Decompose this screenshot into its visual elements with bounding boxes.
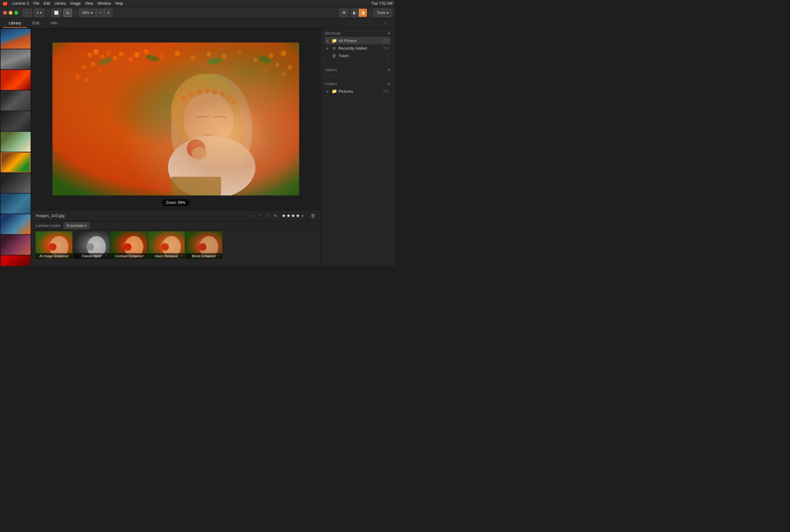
filmstrip-thumb-4[interactable] bbox=[1, 91, 31, 111]
eye-icon: 👁 bbox=[342, 10, 346, 15]
circle-rating-button[interactable]: ○ bbox=[252, 213, 254, 218]
sidebar-albums-section: Albums + bbox=[320, 64, 395, 75]
apple-menu[interactable]: 🍎 bbox=[2, 1, 8, 6]
menu-bar-left: 🍎 Luminar 3 File Edit Library Image View… bbox=[2, 1, 123, 6]
add-album-button[interactable]: + bbox=[387, 67, 391, 73]
image-overlay bbox=[53, 42, 299, 195]
reject-button[interactable]: ✕ bbox=[274, 213, 277, 218]
star-2[interactable]: ★ bbox=[286, 213, 290, 218]
list-icon: ≡ bbox=[37, 11, 39, 15]
list-view-button[interactable]: ≡ ▾ bbox=[34, 9, 45, 17]
menu-edit[interactable]: Edit bbox=[44, 1, 50, 6]
zoom-dropdown-icon: ▾ bbox=[91, 11, 93, 15]
sidebar-shortcuts-section: Shortcuts + ▶ 📁 All Photos 203 ▶ ⊕ Recen… bbox=[320, 28, 395, 61]
tools-dropdown-button[interactable]: Tools ▾ bbox=[374, 9, 392, 17]
tab-edit[interactable]: Edit bbox=[27, 19, 45, 28]
zoom-in-button[interactable]: + bbox=[104, 9, 112, 17]
top-tabs: Library Edit Info ↑ bbox=[0, 19, 395, 28]
zoom-out-button[interactable]: − bbox=[96, 9, 104, 17]
look-star-mood[interactable]: ☆ bbox=[217, 253, 221, 258]
add-shortcut-button[interactable]: + bbox=[387, 31, 391, 36]
sidebar-item-recently-added[interactable]: ▶ ⊕ Recently Added 203 bbox=[325, 44, 391, 52]
look-label-ai: AI Image Enhancer bbox=[36, 253, 72, 259]
menu-library[interactable]: Library bbox=[54, 1, 66, 6]
zoom-indicator: Zoom: 59% bbox=[162, 199, 190, 206]
look-ai-image-enhancer[interactable]: AI Image Enhancer bbox=[36, 231, 72, 259]
menu-window[interactable]: Window bbox=[97, 1, 111, 6]
expand-icon-recently-added: ▶ bbox=[326, 46, 330, 50]
sidebar-divider-1 bbox=[320, 62, 395, 63]
sidebar-item-trash[interactable]: 🗑 Trash 1 bbox=[325, 52, 391, 59]
export-button[interactable]: ↑ bbox=[379, 19, 392, 28]
star-1[interactable]: ★ bbox=[282, 213, 286, 218]
star-rating[interactable]: ★ ★ ★ ★ ★ bbox=[282, 213, 304, 218]
up-icon: ^ bbox=[259, 214, 260, 217]
pictures-count: 203 bbox=[383, 89, 389, 93]
toolbar: ← ≡ ▾ ⬜ ⊟ 59% ▾ − + 👁 ◧ ◨ Tools ▾ bbox=[0, 7, 395, 19]
menu-view[interactable]: View bbox=[85, 1, 93, 6]
star-5[interactable]: ★ bbox=[300, 213, 304, 218]
bottom-bar: Images_143.jpg ○ ^ ♡ ✕ ★ ★ ★ ★ ★ 🗑 Lumin… bbox=[31, 210, 320, 266]
look-contrast-enhancer[interactable]: Contrast Enhancer ☆ bbox=[111, 231, 147, 259]
zoom-control: 59% ▾ − + bbox=[79, 9, 112, 17]
sidebar-folders-header: Folders + bbox=[325, 81, 391, 87]
look-haze-removal[interactable]: Haze Removal ☆ bbox=[148, 231, 185, 259]
zoom-display: 59% ▾ bbox=[79, 9, 96, 17]
filmstrip-thumb-9[interactable] bbox=[1, 194, 31, 213]
fullscreen-button[interactable] bbox=[14, 11, 18, 15]
delete-button[interactable]: 🗑 bbox=[311, 213, 316, 218]
content-area: Zoom: 59% Images_143.jpg ○ ^ ♡ ✕ ★ ★ ★ ★… bbox=[31, 28, 320, 266]
zoom-value: 59% bbox=[82, 11, 90, 15]
menu-app-name[interactable]: Luminar 3 bbox=[12, 1, 29, 6]
eye-view-button[interactable]: 👁 bbox=[339, 9, 349, 17]
sidebar-folders-section: Folders + ▶ 📁 Pictures 203 bbox=[320, 79, 395, 96]
split-right-button[interactable]: ◨ bbox=[359, 9, 367, 17]
menu-image[interactable]: Image bbox=[70, 1, 80, 6]
tab-library[interactable]: Library bbox=[3, 19, 27, 28]
menu-help[interactable]: Help bbox=[115, 1, 123, 6]
look-mood-enhancer[interactable]: Mood Enhancer ☆ bbox=[186, 231, 222, 259]
look-star-contrast[interactable]: ☆ bbox=[142, 253, 146, 258]
look-classic-bw[interactable]: Classic B&W ☆ bbox=[73, 231, 110, 259]
looks-scroll[interactable]: AI Image Enhancer Classic B&W ☆ bbox=[31, 230, 320, 266]
filmstrip-thumb-8[interactable] bbox=[1, 173, 31, 193]
svg-point-51 bbox=[49, 243, 57, 251]
filmstrip-thumb-3[interactable] bbox=[1, 70, 31, 90]
grid-button[interactable]: ⊟ bbox=[63, 9, 72, 17]
filmstrip-thumb-1[interactable] bbox=[1, 29, 31, 49]
heart-button[interactable]: ♡ bbox=[265, 213, 269, 218]
main-image bbox=[53, 42, 299, 195]
split-left-button[interactable]: ◧ bbox=[351, 9, 359, 17]
look-star-bw[interactable]: ☆ bbox=[105, 253, 108, 258]
look-star-haze[interactable]: ☆ bbox=[180, 253, 183, 258]
star-4[interactable]: ★ bbox=[296, 213, 300, 218]
add-folder-button[interactable]: + bbox=[387, 81, 391, 87]
minimize-button[interactable] bbox=[9, 11, 13, 15]
menu-file[interactable]: File bbox=[33, 1, 39, 6]
svg-point-54 bbox=[87, 243, 94, 251]
sidebar-item-pictures[interactable]: ▶ 📁 Pictures 203 bbox=[325, 88, 391, 95]
image-viewer[interactable]: Zoom: 59% bbox=[31, 28, 320, 210]
filmstrip-thumb-7[interactable] bbox=[1, 152, 31, 172]
filmstrip-thumb-2[interactable] bbox=[1, 49, 31, 69]
filmstrip-thumb-5[interactable] bbox=[1, 111, 31, 131]
filmstrip-thumb-12[interactable] bbox=[1, 255, 31, 266]
looks-dropdown[interactable]: Essentials ▾ bbox=[64, 222, 89, 229]
close-button[interactable] bbox=[3, 11, 7, 15]
sidebar-item-all-photos[interactable]: ▶ 📁 All Photos 203 bbox=[325, 37, 391, 44]
filmstrip-thumb-10[interactable] bbox=[1, 214, 31, 234]
split-view-buttons: ◧ ◨ bbox=[351, 9, 367, 17]
image-filename: Images_143.jpg bbox=[36, 213, 64, 218]
sidebar-albums-header: Albums + bbox=[325, 67, 391, 73]
back-button[interactable]: ← bbox=[22, 9, 32, 17]
tab-info[interactable]: Info bbox=[45, 19, 63, 28]
filmstrip-thumb-6[interactable] bbox=[1, 132, 31, 152]
star-3[interactable]: ★ bbox=[291, 213, 295, 218]
folders-title: Folders bbox=[325, 82, 337, 86]
expand-icon-pictures: ▶ bbox=[326, 90, 330, 93]
svg-point-60 bbox=[162, 243, 169, 251]
image-meta-bar: Images_143.jpg ○ ^ ♡ ✕ ★ ★ ★ ★ ★ 🗑 bbox=[31, 210, 320, 221]
layout-button[interactable]: ⬜ bbox=[51, 9, 61, 17]
filmstrip-thumb-11[interactable] bbox=[1, 235, 31, 255]
looks-bar: Luminar Looks: Essentials ▾ bbox=[31, 221, 320, 230]
